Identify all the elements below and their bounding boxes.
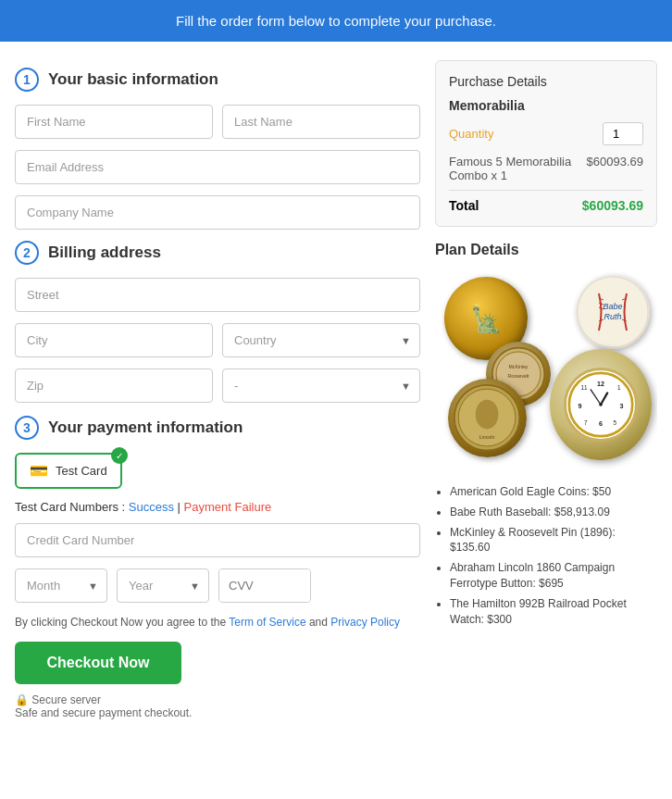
street-field — [15, 278, 420, 312]
terms-text: By clicking Checkout Now you agree to th… — [15, 616, 420, 629]
page-wrapper: Fill the order form below to complete yo… — [0, 0, 672, 799]
main-content: 1 Your basic information — [0, 42, 672, 799]
state-select[interactable]: - — [222, 368, 420, 403]
basic-info-header: 1 Your basic information — [15, 68, 420, 92]
plan-list-item: McKinley & Roosevelt Pin (1896): $135.60 — [450, 525, 657, 556]
plan-list: American Gold Eagle Coins: $50Babe Ruth … — [435, 484, 657, 627]
svg-text:1: 1 — [617, 384, 621, 391]
country-select[interactable]: Country — [222, 323, 420, 357]
company-row — [15, 195, 420, 230]
total-price: $60093.69 — [582, 198, 643, 213]
city-field — [15, 323, 213, 357]
total-row: Total $60093.69 — [449, 190, 643, 213]
terms-mid: and — [306, 616, 331, 629]
pocket-watch: 12 6 9 3 1 5 11 7 — [550, 349, 652, 460]
month-wrap: Month ▼ — [15, 568, 107, 603]
cvv-input[interactable] — [219, 569, 311, 602]
zip-input[interactable] — [15, 368, 213, 403]
svg-text:12: 12 — [597, 380, 604, 388]
billing-title: Billing address — [48, 243, 161, 262]
company-field — [15, 195, 420, 230]
item-row: Famous 5 Memorabilia Combo x 1 $60093.69 — [449, 155, 643, 182]
total-label: Total — [449, 198, 479, 213]
privacy-link[interactable]: Privacy Policy — [330, 616, 400, 629]
payment-title: Your payment information — [48, 418, 243, 437]
zip-field — [15, 368, 213, 403]
cc-row — [15, 523, 420, 557]
purchase-details-box: Purchase Details Memorabilia Quantity Fa… — [435, 60, 657, 227]
quantity-input[interactable] — [603, 122, 643, 145]
cvv-wrap: ▤ — [218, 568, 311, 603]
svg-text:7: 7 — [584, 419, 588, 426]
section-number-2: 2 — [15, 241, 39, 265]
plan-list-item: American Gold Eagle Coins: $50 — [450, 484, 657, 500]
plan-details: Plan Details 🗽 — [435, 242, 657, 627]
right-panel: Purchase Details Memorabilia Quantity Fa… — [435, 60, 657, 780]
product-name: Memorabilia — [449, 98, 643, 113]
svg-text:3: 3 — [620, 402, 624, 410]
credit-card-icon: 💳 — [30, 462, 48, 480]
test-card-prefix: Test Card Numbers : — [15, 500, 129, 514]
watch-svg: 12 6 9 3 1 5 11 7 — [567, 371, 634, 438]
country-field: Country ▼ — [222, 323, 420, 357]
memorabilia-collage: 🗽 — [435, 268, 657, 471]
item-name: Famous 5 Memorabilia Combo x 1 — [449, 155, 587, 182]
baseball-inner: BabeRuth — [576, 275, 650, 349]
payment-header: 3 Your payment information — [15, 416, 420, 440]
last-name-input[interactable] — [222, 105, 420, 139]
street-row — [15, 278, 420, 312]
checkout-button[interactable]: Checkout Now — [15, 642, 181, 684]
name-row — [15, 105, 420, 139]
baseball-signature: BabeRuth — [603, 302, 622, 322]
plan-list-item: The Hamilton 992B Railroad Pocket Watch:… — [450, 596, 657, 628]
secure-info: 🔒 Secure server Safe and secure payment … — [15, 693, 420, 719]
year-select[interactable]: Year — [117, 568, 209, 603]
basic-info-title: Your basic information — [48, 70, 218, 89]
city-country-row: Country ▼ — [15, 323, 420, 357]
cc-number-input[interactable] — [15, 523, 420, 557]
svg-text:Roosevelt: Roosevelt — [508, 373, 529, 379]
coin-figure: 🗽 — [470, 304, 503, 334]
svg-point-13 — [476, 400, 499, 430]
first-name-input[interactable] — [15, 105, 213, 139]
svg-text:9: 9 — [579, 402, 582, 410]
purchase-details-title: Purchase Details — [449, 74, 643, 89]
left-panel: 1 Your basic information — [15, 60, 420, 780]
city-input[interactable] — [15, 323, 213, 357]
section-number-1: 1 — [15, 68, 39, 92]
last-name-field — [222, 105, 420, 139]
plan-list-item: Abraham Lincoln 1860 Campaign Ferrotype … — [450, 560, 657, 592]
first-name-field — [15, 105, 213, 139]
quantity-label: Quantity — [449, 127, 493, 141]
banner-text: Fill the order form below to complete yo… — [176, 13, 496, 29]
zip-state-row: - ▼ — [15, 368, 420, 403]
email-row — [15, 150, 420, 184]
lincoln-svg: Lincoln — [453, 383, 522, 453]
card-option-label: Test Card — [56, 464, 107, 478]
month-select[interactable]: Month — [15, 568, 107, 603]
expiry-row: Month ▼ Year ▼ ▤ — [15, 568, 420, 603]
company-input[interactable] — [15, 195, 420, 230]
section-number-3: 3 — [15, 416, 39, 440]
item-price: $60093.69 — [587, 155, 643, 182]
success-link[interactable]: Success — [129, 500, 174, 514]
svg-text:11: 11 — [580, 384, 588, 391]
plan-details-title: Plan Details — [435, 242, 657, 258]
test-card-option[interactable]: 💳 Test Card ✓ — [15, 453, 122, 489]
billing-header: 2 Billing address — [15, 241, 420, 265]
check-badge: ✓ — [111, 447, 128, 464]
terms-before: By clicking Checkout Now you agree to th… — [15, 616, 229, 629]
svg-text:Lincoln: Lincoln — [479, 434, 495, 440]
svg-text:5: 5 — [614, 419, 617, 426]
svg-text:McKinley: McKinley — [509, 364, 529, 369]
svg-text:6: 6 — [599, 419, 603, 428]
email-input[interactable] — [15, 150, 420, 184]
failure-link[interactable]: Payment Failure — [184, 500, 272, 514]
plan-list-item: Babe Ruth Baseball: $58,913.09 — [450, 505, 657, 520]
top-banner: Fill the order form below to complete yo… — [0, 0, 672, 42]
baseball: BabeRuth — [576, 275, 650, 349]
street-input[interactable] — [15, 278, 420, 312]
test-card-info: Test Card Numbers : Success | Payment Fa… — [15, 500, 420, 514]
lincoln-coin: Lincoln — [448, 379, 527, 457]
tos-link[interactable]: Term of Service — [229, 616, 305, 629]
